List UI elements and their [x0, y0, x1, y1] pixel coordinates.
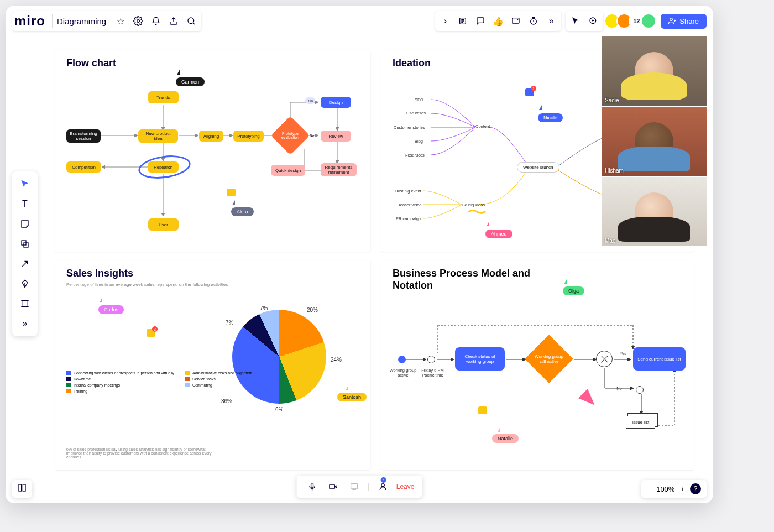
node-trends[interactable]: Trends — [148, 91, 179, 103]
cursor-ahmed: Ahmed — [485, 230, 512, 238]
mm-gobig[interactable]: Go big ideas — [462, 202, 485, 207]
bpmn-label: Friday 6 PM Pacific time — [420, 368, 445, 378]
bpmn-timer[interactable] — [427, 356, 435, 363]
node-prototyping[interactable]: Prototyping — [233, 131, 264, 142]
cursor-olga: Olga — [563, 286, 584, 295]
cursor-akira: Akira — [231, 207, 254, 216]
arrow-tool[interactable] — [15, 254, 34, 273]
avatar[interactable] — [641, 13, 656, 29]
bpmn-gateway[interactable] — [596, 351, 613, 367]
cursor-carlos: Carlos — [98, 305, 124, 314]
help-button[interactable]: ? — [690, 483, 701, 494]
annotation-circle[interactable] — [137, 153, 192, 182]
hide-panel-icon[interactable]: › — [437, 13, 453, 29]
node-review[interactable]: Review — [321, 131, 351, 142]
frame-tool[interactable] — [15, 294, 34, 313]
mm-leaf[interactable]: Use cases — [406, 111, 426, 116]
frame-title: Business Process Model and Notation — [393, 268, 531, 291]
sticky-tool[interactable] — [15, 215, 34, 233]
comment-icon[interactable] — [478, 406, 487, 414]
pie-label: 24% — [331, 357, 342, 363]
mindmap-center[interactable]: Website launch — [517, 162, 559, 173]
presentation-icon[interactable] — [508, 13, 524, 29]
bpmn-send[interactable]: Send current issue list — [633, 347, 686, 371]
miro-logo[interactable]: miro — [14, 13, 45, 29]
bpmn-end-circle[interactable] — [636, 386, 644, 394]
node-design[interactable]: Design — [321, 97, 351, 108]
participant-name: Hisham — [605, 168, 624, 174]
comment-icon[interactable] — [473, 13, 488, 29]
node-aligning[interactable]: Aligning — [199, 131, 223, 142]
bpmn-start[interactable] — [398, 356, 406, 363]
mm-leaf[interactable]: Host big event — [395, 189, 421, 194]
bell-icon[interactable] — [148, 13, 164, 29]
text-tool[interactable]: T — [15, 195, 34, 213]
video-tile[interactable]: Sadie — [602, 36, 707, 106]
timer-icon[interactable] — [526, 13, 541, 29]
camera-icon[interactable] — [326, 479, 341, 494]
pen-tool[interactable] — [15, 274, 34, 293]
comment-icon[interactable]: 3 — [147, 329, 155, 337]
node-new-product[interactable]: New product idea — [138, 129, 178, 143]
node-brainstorm[interactable]: Brainstorming session — [66, 129, 101, 143]
comment-icon[interactable] — [227, 189, 236, 196]
frame-flowchart[interactable]: Flow chart Trends Brainstorming session … — [55, 50, 370, 252]
video-tile[interactable]: Hisham — [602, 107, 707, 176]
mic-icon[interactable] — [305, 479, 320, 494]
shape-tool[interactable] — [15, 234, 34, 253]
frame-bpmn[interactable]: Business Process Model and Notation Work… — [381, 260, 694, 470]
zoom-level[interactable]: 100% — [656, 485, 674, 493]
node-quick-design[interactable]: Quick design — [271, 165, 305, 176]
cursor-icon — [177, 70, 180, 75]
cursor-icon — [498, 427, 500, 432]
bpmn-check[interactable]: Check status of working group — [455, 347, 505, 371]
zoom-to-cursor-icon[interactable] — [585, 13, 601, 29]
mm-content[interactable]: Content — [475, 124, 490, 129]
node-prototype-eval[interactable]: Prototype evaluation — [271, 116, 310, 155]
participant-avatars[interactable]: 12 — [608, 13, 656, 29]
svg-point-6 — [670, 18, 673, 21]
collab-tools-group: › 👍 » — [435, 11, 561, 31]
video-dock[interactable]: Sadie Hisham Mae — [602, 36, 707, 247]
reactions-icon[interactable]: 👍 — [490, 13, 506, 29]
svg-point-1 — [188, 18, 194, 24]
share-button[interactable]: Share — [661, 14, 707, 29]
search-icon[interactable] — [184, 13, 199, 29]
annotation-arrow[interactable] — [578, 389, 599, 410]
frames-list-button[interactable] — [12, 480, 32, 498]
more-tools[interactable]: » — [15, 314, 34, 333]
cursor-tools-group — [566, 11, 603, 31]
comment-icon[interactable]: 1 — [525, 88, 534, 96]
mm-leaf[interactable]: PR campaign — [396, 216, 421, 221]
mm-leaf[interactable]: Teaser video — [398, 202, 422, 207]
settings-icon[interactable] — [130, 13, 146, 29]
node-req-refine[interactable]: Requirements refinement — [321, 163, 357, 176]
board-name[interactable]: Diagramming — [52, 14, 111, 28]
pie-label: 7% — [226, 320, 233, 326]
zoom-bar: − 100% + ? — [641, 480, 707, 498]
leave-button[interactable]: Leave — [396, 483, 415, 491]
more-collab-icon[interactable]: » — [543, 13, 559, 29]
call-bar: | 4 Leave — [297, 476, 422, 498]
zoom-out-button[interactable]: − — [647, 485, 651, 493]
node-competition[interactable]: Competition — [66, 161, 101, 173]
pie-label: 6% — [275, 406, 283, 413]
node-user[interactable]: User — [148, 218, 179, 231]
select-tool[interactable] — [15, 175, 34, 194]
add-participant-icon[interactable]: 4 — [375, 479, 391, 494]
mm-leaf[interactable]: Resoruces — [405, 153, 425, 158]
zoom-in-button[interactable]: + — [680, 485, 684, 493]
screenshare-icon[interactable] — [347, 479, 362, 494]
video-tile[interactable]: Mae — [602, 177, 707, 246]
mm-leaf[interactable]: SEO — [415, 97, 423, 102]
frame-sales[interactable]: Sales Insights Percentage of time in an … — [55, 260, 370, 470]
app-window: miro Diagramming ☆ › 👍 » — [6, 6, 713, 503]
star-icon[interactable]: ☆ — [113, 13, 128, 29]
mm-leaf[interactable]: Blog — [415, 139, 423, 144]
bpmn-decision[interactable]: Working group still active — [525, 335, 573, 383]
note-icon[interactable] — [455, 13, 470, 29]
export-icon[interactable] — [166, 13, 181, 29]
cursor-tracking-icon[interactable] — [568, 13, 583, 29]
mm-leaf[interactable]: Customer stories — [394, 125, 425, 130]
bpmn-doc[interactable]: Issue list — [626, 416, 655, 429]
